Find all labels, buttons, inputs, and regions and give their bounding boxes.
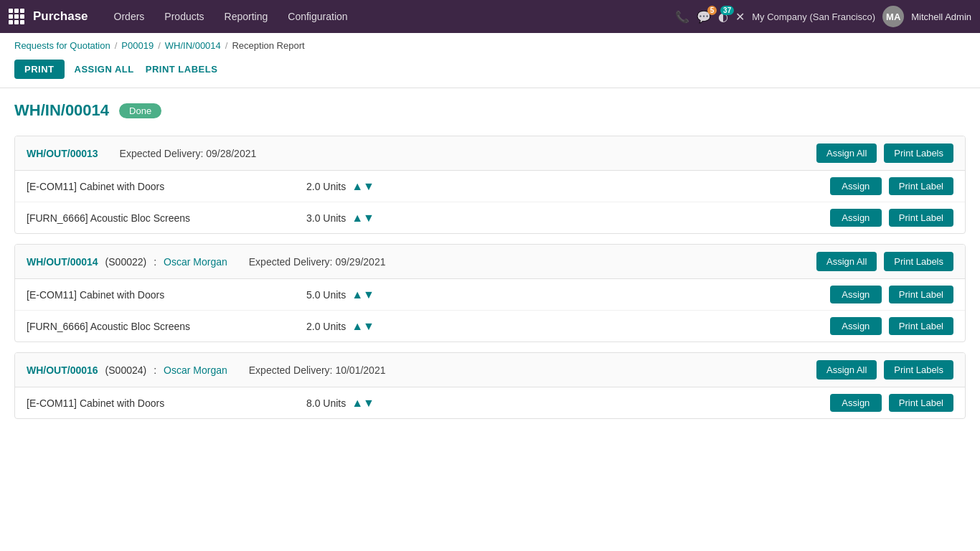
assign-all-btn-2[interactable]: Assign All bbox=[816, 252, 877, 271]
header-actions-3: Assign All Print Labels bbox=[816, 360, 953, 380]
print-button[interactable]: PRINT bbox=[14, 60, 65, 79]
row-actions-2-1: Assign Print Label bbox=[830, 286, 953, 303]
print-label-btn-3-1[interactable]: Print Label bbox=[889, 394, 953, 412]
transfer-header-1: WH/OUT/00013 Expected Delivery: 09/28/20… bbox=[15, 136, 965, 171]
assign-btn-2-2[interactable]: Assign bbox=[830, 317, 882, 335]
breadcrumb-current: Reception Report bbox=[232, 40, 304, 51]
expected-delivery-3: Expected Delivery: 10/01/2021 bbox=[235, 364, 809, 376]
product-name-2-2: [FURN_6666] Acoustic Bloc Screens bbox=[27, 321, 299, 332]
product-row-2-2: [FURN_6666] Acoustic Bloc Screens 2.0 Un… bbox=[15, 311, 965, 342]
avatar: MA bbox=[882, 6, 904, 27]
chat-badge: 5 bbox=[707, 6, 717, 15]
topnav: Purchase Orders Products Reporting Confi… bbox=[0, 0, 980, 33]
transfer-section-3: WH/OUT/00016 (S00024) : Oscar Morgan Exp… bbox=[14, 352, 966, 419]
print-label-btn-1-1[interactable]: Print Label bbox=[889, 177, 953, 195]
assign-all-btn-1[interactable]: Assign All bbox=[816, 143, 877, 163]
product-name-2-1: [E-COM11] Cabinet with Doors bbox=[27, 289, 299, 301]
chat-icon[interactable]: 💬 5 bbox=[697, 10, 711, 24]
row-actions-2-2: Assign Print Label bbox=[830, 317, 953, 335]
transfer-header-3: WH/OUT/00016 (S00024) : Oscar Morgan Exp… bbox=[15, 353, 965, 387]
transfer-person-2[interactable]: Oscar Morgan bbox=[164, 256, 227, 268]
product-row-3-1: [E-COM11] Cabinet with Doors 8.0 Units ▲… bbox=[15, 387, 965, 418]
nav-products[interactable]: Products bbox=[156, 6, 212, 27]
transfer-link-1[interactable]: WH/OUT/00013 bbox=[27, 148, 98, 159]
assign-btn-3-1[interactable]: Assign bbox=[830, 394, 882, 412]
user-name: Mitchell Admin bbox=[911, 11, 971, 22]
status-badge: Done bbox=[119, 103, 161, 118]
forecast-icon-2-1[interactable]: ▲▼ bbox=[352, 288, 374, 301]
product-name-1-1: [E-COM11] Cabinet with Doors bbox=[27, 181, 299, 192]
print-labels-btn-1[interactable]: Print Labels bbox=[884, 143, 953, 163]
expected-delivery-2: Expected Delivery: 09/29/2021 bbox=[235, 256, 809, 268]
assign-all-btn-3[interactable]: Assign All bbox=[816, 360, 877, 380]
expected-delivery-1: Expected Delivery: 09/28/2021 bbox=[105, 148, 809, 159]
product-name-3-1: [E-COM11] Cabinet with Doors bbox=[27, 397, 299, 409]
product-qty-1-1: 2.0 Units ▲▼ bbox=[306, 180, 823, 193]
assign-all-button[interactable]: ASSIGN ALL bbox=[73, 60, 136, 79]
row-actions-3-1: Assign Print Label bbox=[830, 394, 953, 412]
topnav-menu: Orders Products Reporting Configuration bbox=[105, 6, 672, 27]
action-bar: PRINT ASSIGN ALL PRINT LABELS bbox=[0, 55, 980, 88]
print-label-btn-1-2[interactable]: Print Label bbox=[889, 209, 953, 227]
apps-icon[interactable] bbox=[9, 9, 24, 24]
assign-btn-1-2[interactable]: Assign bbox=[830, 209, 882, 227]
breadcrumb-whin[interactable]: WH/IN/00014 bbox=[165, 40, 221, 51]
forecast-icon-1-1[interactable]: ▲▼ bbox=[352, 180, 374, 193]
breadcrumb: Requests for Quotation / P00019 / WH/IN/… bbox=[0, 33, 980, 55]
forecast-icon-3-1[interactable]: ▲▼ bbox=[352, 397, 374, 410]
transfer-header-2: WH/OUT/00014 (S00022) : Oscar Morgan Exp… bbox=[15, 245, 965, 279]
nav-reporting[interactable]: Reporting bbox=[216, 6, 277, 27]
transfer-person-3[interactable]: Oscar Morgan bbox=[164, 364, 227, 376]
row-actions-1-2: Assign Print Label bbox=[830, 209, 953, 227]
transfer-ref-3: (S00024) bbox=[105, 364, 147, 376]
phone-icon[interactable]: 📞 bbox=[675, 10, 689, 24]
transfer-link-3[interactable]: WH/OUT/00016 bbox=[27, 364, 98, 376]
product-qty-1-2: 3.0 Units ▲▼ bbox=[306, 212, 823, 225]
transfer-section-2: WH/OUT/00014 (S00022) : Oscar Morgan Exp… bbox=[14, 244, 966, 342]
header-actions-2: Assign All Print Labels bbox=[816, 252, 953, 271]
print-label-btn-2-1[interactable]: Print Label bbox=[889, 286, 953, 303]
product-row-2-1: [E-COM11] Cabinet with Doors 5.0 Units ▲… bbox=[15, 279, 965, 311]
clock-icon[interactable]: ◐ 37 bbox=[718, 10, 728, 24]
assign-btn-1-1[interactable]: Assign bbox=[830, 177, 882, 195]
close-icon[interactable]: ✕ bbox=[735, 10, 745, 24]
clock-badge: 37 bbox=[720, 6, 734, 15]
row-actions-1-1: Assign Print Label bbox=[830, 177, 953, 195]
page-scroll[interactable]: Purchase Orders Products Reporting Confi… bbox=[0, 0, 980, 551]
print-labels-button[interactable]: PRINT LABELS bbox=[144, 60, 220, 79]
print-labels-btn-3[interactable]: Print Labels bbox=[884, 360, 953, 380]
transfer-ref-2: (S00022) bbox=[105, 256, 147, 268]
forecast-icon-1-2[interactable]: ▲▼ bbox=[352, 212, 374, 225]
transfer-section-1: WH/OUT/00013 Expected Delivery: 09/28/20… bbox=[14, 136, 966, 234]
forecast-icon-2-2[interactable]: ▲▼ bbox=[352, 320, 374, 333]
main-content: WH/IN/00014 Done WH/OUT/00013 Expected D… bbox=[0, 88, 980, 442]
nav-configuration[interactable]: Configuration bbox=[279, 6, 356, 27]
breadcrumb-rfq[interactable]: Requests for Quotation bbox=[14, 40, 110, 51]
company-label: My Company (San Francisco) bbox=[752, 11, 875, 22]
product-qty-2-1: 5.0 Units ▲▼ bbox=[306, 288, 823, 301]
transfers-container: WH/OUT/00013 Expected Delivery: 09/28/20… bbox=[14, 136, 966, 419]
product-row-1-1: [E-COM11] Cabinet with Doors 2.0 Units ▲… bbox=[15, 171, 965, 202]
product-name-1-2: [FURN_6666] Acoustic Bloc Screens bbox=[27, 212, 299, 224]
nav-orders[interactable]: Orders bbox=[105, 6, 154, 27]
breadcrumb-po[interactable]: P00019 bbox=[121, 40, 154, 51]
header-actions-1: Assign All Print Labels bbox=[816, 143, 953, 163]
app-title: Purchase bbox=[33, 9, 88, 24]
print-labels-btn-2[interactable]: Print Labels bbox=[884, 252, 953, 271]
assign-btn-2-1[interactable]: Assign bbox=[830, 286, 882, 303]
doc-header: WH/IN/00014 Done bbox=[14, 101, 966, 120]
product-row-1-2: [FURN_6666] Acoustic Bloc Screens 3.0 Un… bbox=[15, 202, 965, 233]
topnav-right: 📞 💬 5 ◐ 37 ✕ My Company (San Francisco) … bbox=[675, 6, 971, 27]
print-label-btn-2-2[interactable]: Print Label bbox=[889, 317, 953, 335]
product-qty-3-1: 8.0 Units ▲▼ bbox=[306, 397, 823, 410]
transfer-link-2[interactable]: WH/OUT/00014 bbox=[27, 256, 98, 268]
doc-title: WH/IN/00014 bbox=[14, 101, 109, 120]
product-qty-2-2: 2.0 Units ▲▼ bbox=[306, 320, 823, 333]
